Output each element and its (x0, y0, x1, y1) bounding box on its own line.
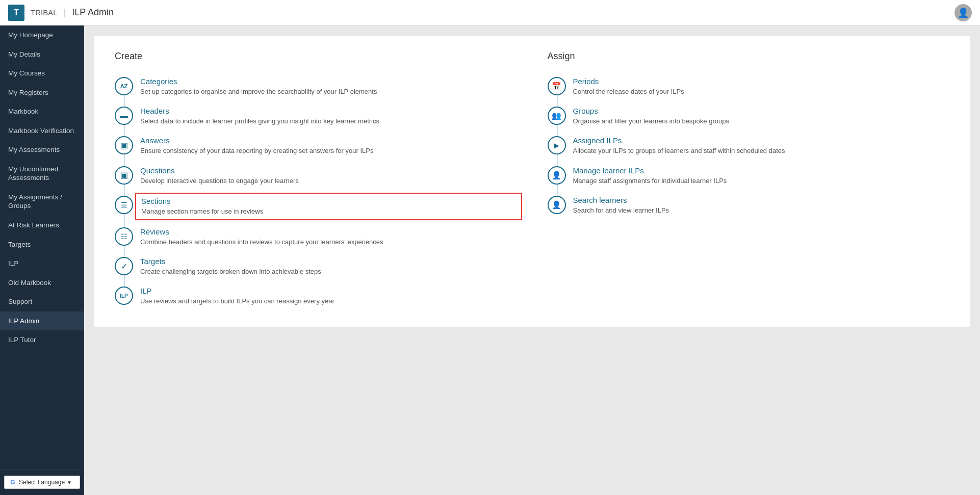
create-title: Create (115, 51, 517, 62)
answers-link[interactable]: Answers (140, 136, 517, 145)
groups-link[interactable]: Groups (573, 107, 950, 115)
manage-learner-ilps-icon: 👤 (548, 166, 566, 185)
sidebar: My Homepage My Details My Courses My Reg… (0, 25, 84, 495)
avatar[interactable]: 👤 (955, 4, 972, 21)
sidebar-item-my-assignments-groups[interactable]: My Assignments / Groups (0, 188, 84, 216)
categories-desc: Set up categories to organise and improv… (140, 87, 517, 96)
page-title: ILP Admin (72, 7, 114, 18)
sidebar-item-my-registers[interactable]: My Registers (0, 83, 84, 102)
timeline-item-periods: 📅 Periods Control the release dates of y… (548, 72, 950, 101)
groups-desc: Organise and filter your learners into b… (573, 117, 950, 126)
ilp-link[interactable]: ILP (140, 286, 517, 295)
timeline-item-questions: ▣ Questions Develop interactive question… (115, 161, 517, 191)
search-learners-link[interactable]: Search learners (573, 196, 950, 204)
google-icon: G (9, 478, 17, 486)
answers-icon: ▣ (115, 136, 133, 154)
answers-content: Answers Ensure consistency of your data … (140, 136, 517, 155)
sidebar-item-markbook[interactable]: Markbook (0, 102, 84, 121)
timeline-item-groups: 👥 Groups Organise and filter your learne… (548, 101, 950, 131)
sidebar-item-targets[interactable]: Targets (0, 235, 84, 254)
create-column: Create AZ Categories Set up categories t… (115, 51, 517, 311)
categories-content: Categories Set up categories to organise… (140, 77, 517, 96)
timeline-item-headers: ▬ Headers Select data to include in lear… (115, 101, 517, 131)
manage-learner-ilps-content: Manage learner ILPs Manage staff assignm… (573, 166, 950, 186)
sidebar-item-ilp[interactable]: ILP (0, 254, 84, 273)
sections-content: Sections Manage section names for use in… (135, 193, 522, 220)
header: T TRIBAL | ILP Admin 👤 (0, 0, 980, 25)
assigned-ilps-icon: ▶ (548, 136, 566, 154)
manage-learner-ilps-desc: Manage staff assignments for individual … (573, 176, 950, 186)
categories-link[interactable]: Categories (140, 77, 517, 86)
questions-desc: Develop interactive questions to engage … (140, 176, 517, 186)
groups-content: Groups Organise and filter your learners… (573, 107, 950, 126)
sidebar-item-old-markbook[interactable]: Old Markbook (0, 273, 84, 293)
timeline-item-ilp: ILP ILP Use reviews and targets to build… (115, 281, 517, 311)
chevron-down-icon: ▼ (67, 480, 72, 485)
periods-desc: Control the release dates of your ILPs (573, 87, 950, 96)
periods-content: Periods Control the release dates of you… (573, 77, 950, 96)
assigned-ilps-link[interactable]: Assigned ILPs (573, 136, 950, 145)
sections-icon: ☰ (115, 196, 133, 214)
sidebar-item-my-assessments[interactable]: My Assessments (0, 140, 84, 160)
headers-content: Headers Select data to include in learne… (140, 107, 517, 126)
sidebar-item-markbook-verification[interactable]: Markbook Verification (0, 121, 84, 141)
questions-link[interactable]: Questions (140, 166, 517, 175)
reviews-link[interactable]: Reviews (140, 227, 517, 236)
answers-desc: Ensure consistency of your data reportin… (140, 146, 517, 155)
search-learners-icon: 👤 (548, 196, 566, 214)
groups-icon: 👥 (548, 107, 566, 125)
timeline-item-reviews: ☷ Reviews Combine headers and questions … (115, 222, 517, 252)
sidebar-item-my-homepage[interactable]: My Homepage (0, 25, 84, 45)
sidebar-item-at-risk-learners[interactable]: At Risk Learners (0, 216, 84, 235)
reviews-desc: Combine headers and questions into revie… (140, 238, 517, 247)
sidebar-nav: My Homepage My Details My Courses My Reg… (0, 25, 84, 350)
header-divider: | (64, 7, 66, 18)
targets-icon: ✓ (115, 257, 133, 275)
sidebar-item-ilp-tutor[interactable]: ILP Tutor (0, 330, 84, 350)
timeline-item-manage-learner-ilps: 👤 Manage learner ILPs Manage staff assig… (548, 161, 950, 191)
timeline-item-targets: ✓ Targets Create challenging targets bro… (115, 252, 517, 281)
assign-title: Assign (548, 51, 950, 62)
timeline-item-categories: AZ Categories Set up categories to organ… (115, 72, 517, 101)
targets-desc: Create challenging targets broken down i… (140, 267, 517, 276)
select-language-label: Select Language (19, 479, 65, 486)
targets-link[interactable]: Targets (140, 257, 517, 266)
timeline-item-sections: ☰ Sections Manage section names for use … (115, 191, 517, 222)
reviews-content: Reviews Combine headers and questions in… (140, 227, 517, 247)
ilp-content: ILP Use reviews and targets to build ILP… (140, 286, 517, 306)
search-learners-desc: Search for and view learner ILPs (573, 206, 950, 215)
sidebar-item-my-details[interactable]: My Details (0, 45, 84, 64)
timeline-item-assigned-ilps: ▶ Assigned ILPs Allocate your ILPs to gr… (548, 131, 950, 161)
reviews-icon: ☷ (115, 227, 133, 246)
timeline-item-answers: ▣ Answers Ensure consistency of your dat… (115, 131, 517, 161)
headers-icon: ▬ (115, 107, 133, 125)
content-card: Create AZ Categories Set up categories t… (94, 36, 970, 327)
assigned-ilps-desc: Allocate your ILPs to groups of learners… (573, 146, 950, 155)
sidebar-item-support[interactable]: Support (0, 292, 84, 311)
content-area: Create AZ Categories Set up categories t… (84, 25, 980, 495)
assign-timeline: 📅 Periods Control the release dates of y… (548, 72, 950, 220)
periods-link[interactable]: Periods (573, 77, 950, 86)
create-timeline: AZ Categories Set up categories to organ… (115, 72, 517, 311)
manage-learner-ilps-link[interactable]: Manage learner ILPs (573, 166, 950, 175)
targets-content: Targets Create challenging targets broke… (140, 257, 517, 276)
header-left: T TRIBAL | ILP Admin (8, 5, 114, 21)
search-learners-content: Search learners Search for and view lear… (573, 196, 950, 215)
main-layout: My Homepage My Details My Courses My Reg… (0, 25, 980, 495)
sidebar-item-ilp-admin[interactable]: ILP Admin (0, 311, 84, 331)
sidebar-footer: G Select Language ▼ (0, 469, 84, 495)
categories-icon: AZ (115, 77, 133, 95)
headers-link[interactable]: Headers (140, 107, 517, 115)
assigned-ilps-content: Assigned ILPs Allocate your ILPs to grou… (573, 136, 950, 155)
timeline-item-search-learners: 👤 Search learners Search for and view le… (548, 191, 950, 220)
assign-column: Assign 📅 Periods Control the release dat… (548, 51, 950, 311)
sidebar-item-my-courses[interactable]: My Courses (0, 64, 84, 83)
questions-icon: ▣ (115, 166, 133, 185)
ilp-desc: Use reviews and targets to build ILPs yo… (140, 297, 517, 306)
select-language-button[interactable]: G Select Language ▼ (4, 476, 80, 489)
headers-desc: Select data to include in learner profil… (140, 117, 517, 126)
periods-icon: 📅 (548, 77, 566, 95)
sidebar-item-my-unconfirmed-assessments[interactable]: My Unconfirmed Assessments (0, 160, 84, 188)
sections-link[interactable]: Sections (141, 197, 516, 205)
questions-content: Questions Develop interactive questions … (140, 166, 517, 186)
